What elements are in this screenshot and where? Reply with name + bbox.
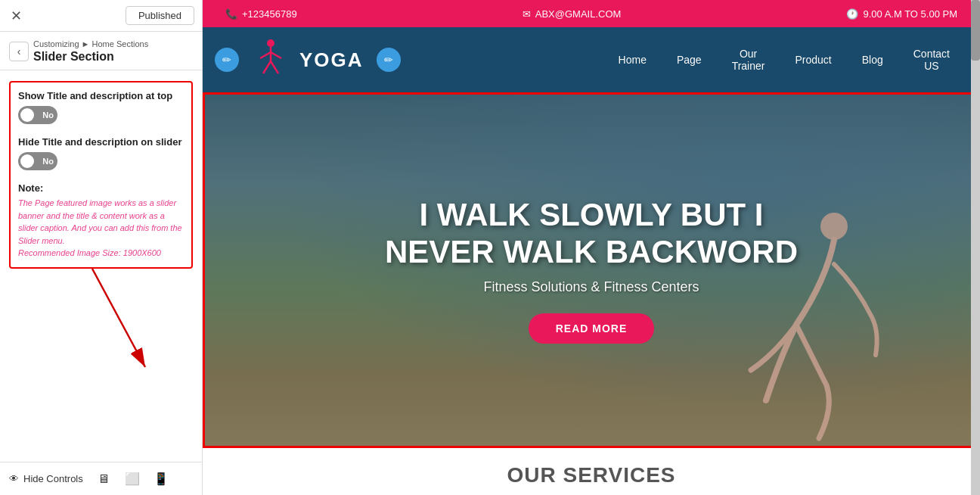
show-title-label: Show Title and description at top	[18, 90, 184, 101]
hero-title: I WALK SLOWLY BUT I NEVER WALK BACKWORD	[385, 197, 798, 270]
hide-controls-button[interactable]: 👁 Hide Controls	[9, 473, 83, 484]
back-button[interactable]: ‹	[9, 42, 29, 61]
panel-content: Show Title and description at top No Hid…	[0, 70, 202, 462]
breadcrumb-arrow: ►	[82, 39, 92, 48]
desktop-icon[interactable]: 🖥	[95, 471, 112, 487]
mobile-icon[interactable]: 📱	[153, 471, 169, 487]
bottom-bar: 👁 Hide Controls 🖥 ⬜ 📱	[0, 462, 202, 495]
hide-title-label: Hide Title and description on slider	[18, 136, 184, 148]
phone-info: 📞 +123456789	[225, 8, 297, 20]
hero-section: I WALK SLOWLY BUT I NEVER WALK BACKWORD …	[203, 92, 980, 448]
email-icon: ✉	[523, 8, 531, 20]
clock-icon: 🕐	[846, 8, 858, 20]
toggle-no-label: No	[42, 111, 54, 120]
phone-number: +123456789	[242, 8, 297, 20]
note-label: Note:	[18, 182, 184, 194]
breadcrumb-area: ‹ Customizing ► Home Sections Slider Sec…	[0, 32, 202, 70]
breadcrumb: Customizing ► Home Sections Slider Secti…	[33, 39, 148, 64]
read-more-button[interactable]: READ MORE	[529, 313, 655, 344]
hours-info: 🕐 9.00 A.M TO 5.00 PM	[846, 8, 957, 20]
info-bar: 📞 +123456789 ✉ ABX@GMAIL.COM 🕐 9.00 A.M …	[203, 0, 980, 27]
annotation-arrow	[32, 261, 183, 412]
top-bar: ✕ Published	[0, 0, 202, 32]
settings-box: Show Title and description at top No Hid…	[9, 81, 193, 269]
home-sections-link[interactable]: Home Sections	[92, 39, 149, 48]
edit-nav-button[interactable]: ✏	[377, 48, 401, 72]
logo-icon	[248, 37, 293, 82]
published-button[interactable]: Published	[126, 6, 194, 25]
email-info: ✉ ABX@GMAIL.COM	[523, 8, 622, 20]
nav-trainer[interactable]: OurTrainer	[717, 27, 780, 92]
nav-page[interactable]: Page	[662, 27, 717, 92]
logo-area: YOGA	[248, 37, 364, 82]
svg-line-7	[271, 61, 278, 73]
services-title: OUR SERVICES	[225, 463, 957, 487]
hero-content: I WALK SLOWLY BUT I NEVER WALK BACKWORD …	[370, 182, 813, 359]
nav-blog[interactable]: Blog	[847, 27, 898, 92]
svg-point-2	[267, 39, 274, 47]
eye-icon: 👁	[9, 473, 19, 484]
email-address: ABX@GMAIL.COM	[535, 8, 622, 20]
recommended-size: Recommended Image Size: 1900X600	[18, 247, 184, 260]
customizing-link[interactable]: Customizing	[33, 39, 79, 48]
show-title-toggle[interactable]: No	[18, 106, 57, 124]
tablet-icon[interactable]: ⬜	[124, 471, 141, 487]
close-button[interactable]: ✕	[8, 8, 24, 24]
toggle-no-label-2: No	[42, 157, 54, 166]
scrollbar[interactable]	[971, 0, 980, 495]
hide-controls-label: Hide Controls	[23, 473, 83, 484]
show-title-toggle-row: No	[18, 106, 184, 124]
services-section: OUR SERVICES	[203, 448, 980, 495]
nav-home[interactable]: Home	[603, 27, 662, 92]
nav-product[interactable]: Product	[780, 27, 846, 92]
main-area: 📞 +123456789 ✉ ABX@GMAIL.COM 🕐 9.00 A.M …	[203, 0, 980, 495]
note-text: The Page featured image works as a slide…	[18, 197, 184, 247]
hide-title-toggle[interactable]: No	[18, 152, 57, 170]
svg-line-5	[271, 52, 281, 58]
svg-point-8	[820, 213, 848, 240]
phone-icon: 📞	[225, 8, 237, 20]
nav-contact[interactable]: ContactUS	[898, 27, 965, 92]
nav-links: Home Page OurTrainer Product Blog Contac…	[603, 27, 965, 92]
toggle-knob-2	[20, 154, 34, 168]
hero-subtitle: Fitness Solutions & Fitness Centers	[385, 279, 798, 295]
svg-line-4	[260, 52, 271, 58]
edit-logo-button[interactable]: ✏	[215, 48, 239, 72]
hide-title-toggle-row: No	[18, 152, 184, 170]
svg-line-1	[92, 269, 145, 367]
scrollbar-thumb[interactable]	[971, 0, 980, 61]
logo-text: YOGA	[299, 48, 364, 72]
section-title: Slider Section	[33, 50, 148, 64]
nav-header: ✏ YOGA ✏ Home Page OurTrainer Product Bl…	[203, 27, 980, 92]
left-panel: ✕ Published ‹ Customizing ► Home Section…	[0, 0, 203, 495]
business-hours: 9.00 A.M TO 5.00 PM	[863, 8, 957, 20]
toggle-knob	[20, 108, 34, 122]
svg-line-6	[263, 61, 271, 73]
